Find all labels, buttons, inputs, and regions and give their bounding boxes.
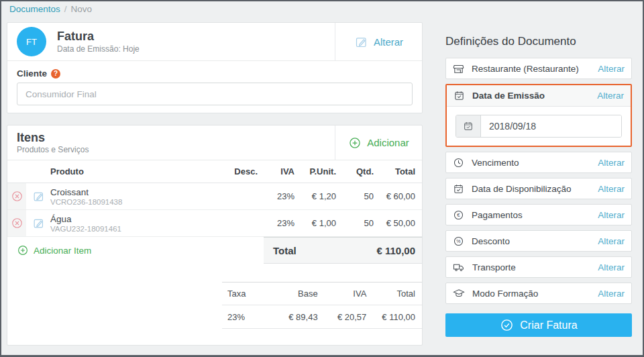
plus-circle-icon — [17, 244, 29, 256]
setting-alterar-link[interactable]: Alterar — [598, 236, 625, 246]
invoice-editor-page: Documentos/Novo FT Fatura Data de Emissã… — [0, 0, 644, 357]
setting-row-vencimento: Vencimento Alterar — [445, 152, 632, 173]
client-input[interactable] — [17, 83, 413, 105]
storefront-icon — [453, 63, 464, 74]
tax-col-taxa: Taxa — [227, 289, 269, 299]
tax-total: € 110,00 — [366, 312, 415, 322]
setting-alterar-link[interactable]: Alterar — [598, 262, 625, 272]
truck-icon — [453, 261, 465, 273]
create-invoice-label: Criar Fatura — [520, 319, 577, 332]
x-circle-icon — [11, 190, 23, 203]
item-qtd: 50 — [336, 218, 374, 228]
breadcrumb-link-documentos[interactable]: Documentos — [9, 4, 60, 14]
calendar-check-icon — [456, 115, 481, 137]
item-punit: € 1,20 — [294, 191, 336, 201]
total-label: Total — [273, 245, 297, 256]
edit-item-button[interactable] — [32, 190, 45, 203]
calendar-check-icon — [453, 90, 465, 101]
items-subtitle: Produtos e Serviços — [17, 145, 89, 154]
tax-summary-table: Taxa Base IVA Total 23% € 89,43 € 20,57 … — [222, 282, 422, 329]
col-punit: P.Unit. — [294, 166, 336, 176]
question-circle-icon[interactable]: ? — [51, 69, 60, 79]
product-name: Croissant — [50, 187, 219, 197]
setting-alterar-link[interactable]: Alterar — [598, 210, 625, 220]
tax-table-row: 23% € 89,43 € 20,57 € 110,00 — [222, 305, 422, 329]
clock-icon — [453, 157, 464, 168]
setting-label: Vencimento — [472, 158, 519, 168]
item-iva: 23% — [258, 218, 294, 228]
issue-date-input-group — [455, 115, 622, 138]
change-document-type-button[interactable]: Alterar — [335, 23, 422, 60]
add-item-label: Adicionar Item — [34, 246, 91, 256]
tax-base: € 89,43 — [269, 312, 318, 322]
items-card: Itens Produtos e Serviços Adicionar Prod… — [7, 125, 423, 346]
item-qtd: 50 — [336, 191, 374, 201]
calendar-check-icon — [453, 183, 464, 195]
setting-row-data-disponibilizacao: Data de Disponibilização Alterar — [445, 178, 632, 199]
product-code: VCRO236-18091438 — [50, 198, 219, 206]
breadcrumb-current: Novo — [71, 4, 93, 14]
setting-label: Restaurante (Restaurante) — [472, 64, 579, 74]
setting-alterar-link[interactable]: Alterar — [598, 289, 625, 299]
total-value: € 110,00 — [376, 245, 415, 256]
setting-row-modo-formacao: Modo Formação Alterar — [445, 283, 632, 304]
setting-alterar-link[interactable]: Alterar — [598, 64, 625, 74]
tax-iva: € 20,57 — [318, 312, 367, 322]
graduation-cap-icon — [453, 287, 465, 299]
col-produto: Produto — [50, 166, 219, 176]
setting-label: Data de Disponibilização — [472, 184, 572, 194]
breadcrumb-separator: / — [64, 4, 67, 14]
setting-row-desconto: % Desconto Alterar — [445, 230, 632, 252]
tax-col-total: Total — [366, 289, 415, 299]
add-item-button[interactable]: Adicionar Item — [7, 237, 91, 264]
euro-circle-icon: € — [453, 209, 464, 221]
breadcrumb: Documentos/Novo — [9, 4, 92, 14]
tax-col-base: Base — [269, 289, 318, 299]
setting-data-emissao-highlighted: Data de Emissão Alterar — [445, 84, 632, 147]
product-code: VAGU232-18091461 — [50, 225, 219, 233]
item-total: € 50,00 — [374, 218, 415, 228]
pencil-square-icon — [32, 217, 45, 230]
setting-row-transporte: Transporte Alterar — [445, 256, 632, 278]
tax-col-iva: IVA — [318, 289, 367, 299]
col-desc: Desc. — [219, 166, 258, 176]
delete-item-button[interactable] — [11, 217, 23, 230]
setting-alterar-link[interactable]: Alterar — [598, 184, 625, 194]
change-document-type-label: Alterar — [374, 36, 403, 48]
product-name: Água — [50, 214, 219, 224]
setting-alterar-link[interactable]: Alterar — [598, 158, 625, 168]
document-type-badge: FT — [17, 27, 46, 56]
invoice-header-card: FT Fatura Data de Emissão: Hoje Alterar … — [7, 22, 423, 113]
plus-circle-icon — [348, 136, 362, 150]
setting-row-restaurante: Restaurante (Restaurante) Alterar — [445, 58, 632, 79]
svg-text:€: € — [457, 212, 460, 218]
setting-row-data-emissao: Data de Emissão Alterar — [447, 85, 631, 107]
percent-circle-icon: % — [453, 236, 464, 247]
items-total-row: Total € 110,00 — [264, 237, 422, 264]
item-iva: 23% — [258, 191, 294, 201]
item-total: € 60,00 — [374, 191, 415, 201]
setting-label: Desconto — [472, 236, 510, 246]
add-product-button[interactable]: Adicionar — [335, 125, 422, 160]
items-table-header: Produto Desc. IVA P.Unit. Qtd. Total — [7, 160, 422, 183]
x-circle-icon — [11, 217, 23, 230]
setting-alterar-link[interactable]: Alterar — [597, 91, 624, 101]
edit-item-button[interactable] — [32, 217, 45, 230]
tax-taxa: 23% — [227, 312, 269, 322]
tax-table-header: Taxa Base IVA Total — [222, 282, 422, 305]
setting-row-pagamentos: € Pagamentos Alterar — [445, 204, 632, 225]
item-row: Croissant VCRO236-18091438 23% € 1,20 50… — [7, 183, 422, 210]
delete-item-button[interactable] — [11, 190, 23, 203]
document-title: Fatura — [57, 30, 140, 44]
check-circle-icon — [500, 318, 514, 332]
issue-date-input[interactable] — [481, 115, 621, 137]
settings-panel: Definições do Documento Restaurante (Res… — [445, 35, 632, 337]
setting-label: Transporte — [472, 262, 516, 272]
setting-label: Modo Formação — [472, 289, 538, 299]
col-qtd: Qtd. — [336, 166, 374, 176]
col-iva: IVA — [258, 166, 294, 176]
setting-label: Data de Emissão — [472, 91, 545, 101]
col-total: Total — [374, 166, 415, 176]
create-invoice-button[interactable]: Criar Fatura — [445, 313, 632, 337]
item-punit: € 1,00 — [294, 218, 336, 228]
